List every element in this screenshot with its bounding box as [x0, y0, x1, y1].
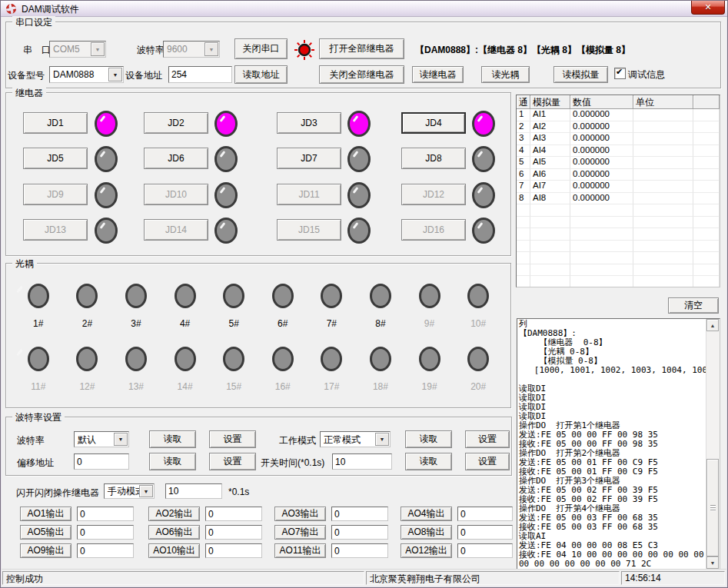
ao6-output-button[interactable]: AO6输出 — [148, 525, 200, 540]
table-row[interactable]: 8 AI8 0.000000 — [517, 193, 720, 205]
cell-unit — [633, 109, 693, 121]
ao5-output-input[interactable] — [77, 525, 134, 540]
cell-extra — [693, 109, 720, 121]
flash-time-input[interactable] — [165, 483, 222, 499]
log-scrollbar[interactable]: ▲ ▼ — [706, 319, 720, 569]
offset-read-button[interactable]: 读取 — [149, 453, 196, 470]
relay-button-jd4[interactable]: JD4 — [401, 112, 466, 134]
clear-log-button[interactable]: 清空 — [668, 297, 719, 314]
relay-button-jd7[interactable]: JD7 — [277, 148, 341, 169]
model-combo[interactable]: DAM0888 ▼ — [49, 66, 124, 83]
read-relay-button[interactable]: 读继电器 — [412, 66, 464, 83]
baud-settings-group-label: 波特率设置 — [12, 411, 65, 424]
relay-led-jd8 — [472, 146, 495, 172]
ao12-output-input[interactable] — [457, 543, 513, 558]
baud-setting-combo[interactable]: 默认 ▼ — [74, 431, 129, 447]
title-bar[interactable]: DAM调试软件 ✕ — [1, 1, 727, 17]
port-combo-value: COM5 — [53, 44, 80, 55]
close-button[interactable]: ✕ — [691, 1, 725, 15]
cell-unit — [633, 169, 693, 181]
debug-info-checkbox[interactable] — [614, 68, 626, 79]
col-header-analog[interactable]: 模拟量 — [530, 95, 570, 109]
col-header-unit[interactable]: 单位 — [633, 95, 693, 109]
open-all-relays-button[interactable]: 打开全部继电器 — [319, 38, 404, 59]
relay-button-jd6[interactable]: JD6 — [144, 148, 208, 169]
ao3-output-button[interactable]: AO3输出 — [274, 507, 326, 521]
ao7-output-input[interactable] — [331, 525, 388, 540]
ao9-output-input[interactable] — [77, 543, 134, 558]
relay-led-jd9 — [95, 182, 118, 208]
ao10-output-button[interactable]: AO10输出 — [148, 543, 200, 558]
relay-button-jd1[interactable]: JD1 — [23, 112, 88, 134]
scroll-up-icon[interactable]: ▲ — [706, 319, 719, 331]
col-header-value[interactable]: 数值 — [570, 95, 633, 109]
relay-led-jd10 — [214, 182, 238, 208]
ao12-output-button[interactable]: AO12输出 — [401, 543, 452, 558]
ao1-output-button[interactable]: AO1输出 — [20, 507, 71, 521]
relay-button-jd5[interactable]: JD5 — [23, 148, 88, 169]
opto-label: 3# — [131, 318, 141, 329]
ao6-output-input[interactable] — [205, 525, 262, 540]
opto-label: 6# — [278, 318, 288, 329]
ao7-output-button[interactable]: AO7输出 — [274, 525, 326, 540]
ao2-output-input[interactable] — [205, 507, 262, 521]
opto-label: 17# — [324, 381, 339, 392]
relay-button-jd8[interactable]: JD8 — [401, 148, 466, 169]
switch-time-input[interactable] — [332, 453, 392, 470]
table-row[interactable]: 6 AI6 0.000000 — [517, 169, 720, 181]
ao3-output-input[interactable] — [331, 507, 388, 521]
col-header-extra[interactable] — [693, 95, 720, 109]
cell-extra — [693, 181, 720, 193]
ao8-output-input[interactable] — [457, 525, 513, 540]
relay-led-jd3 — [347, 111, 371, 137]
ao10-output-input[interactable] — [205, 543, 262, 558]
opto-label: 1# — [33, 318, 43, 329]
col-header-channel[interactable]: 通 — [517, 95, 530, 109]
ao9-output-button[interactable]: AO9输出 — [20, 543, 71, 558]
device-addr-input[interactable] — [168, 66, 232, 83]
baud-read-button[interactable]: 读取 — [149, 430, 196, 448]
table-row[interactable]: 5 AI5 0.000000 — [517, 157, 720, 169]
close-port-button[interactable]: 关闭串口 — [234, 38, 288, 59]
relay-button-jd16: JD16 — [401, 219, 466, 241]
opto-led-19 — [419, 347, 440, 371]
switch-time-set-button[interactable]: 设置 — [465, 453, 510, 470]
table-row[interactable]: 2 AI2 0.000000 — [517, 121, 720, 134]
scrollbar-thumb[interactable] — [706, 459, 719, 556]
ao5-output-button[interactable]: AO5输出 — [20, 525, 71, 540]
port-open-led-icon — [294, 39, 315, 61]
switch-time-read-button[interactable]: 读取 — [405, 453, 452, 470]
close-all-relays-button[interactable]: 关闭全部继电器 — [319, 65, 404, 84]
ao4-output-input[interactable] — [457, 507, 513, 521]
table-row[interactable]: 7 AI7 0.000000 — [517, 181, 720, 193]
ao11-output-input[interactable] — [331, 543, 388, 558]
ao11-output-button[interactable]: AO11输出 — [274, 543, 326, 558]
work-mode-set-button[interactable]: 设置 — [465, 430, 510, 448]
chevron-down-icon: ▼ — [108, 68, 122, 81]
opto-led-14 — [175, 347, 196, 371]
relay-button-jd3[interactable]: JD3 — [277, 112, 341, 134]
relay-button-jd13: JD13 — [23, 219, 88, 241]
table-row[interactable]: 3 AI3 0.000000 — [517, 133, 720, 145]
read-addr-button[interactable]: 读取地址 — [234, 65, 288, 84]
flash-mode-combo[interactable]: 手动模式 ▼ — [104, 483, 155, 499]
read-opto-button[interactable]: 读光耦 — [481, 66, 530, 83]
offset-set-button[interactable]: 设置 — [209, 453, 256, 470]
relay-button-jd2[interactable]: JD2 — [144, 112, 208, 134]
table-row[interactable]: 4 AI4 0.000000 — [517, 145, 720, 158]
offset-addr-input[interactable] — [74, 453, 129, 470]
table-row[interactable]: 1 AI1 0.000000 — [517, 109, 720, 121]
ao4-output-button[interactable]: AO4输出 — [401, 507, 452, 521]
relay-led-jd2 — [214, 111, 238, 137]
read-analog-button[interactable]: 读模拟量 — [553, 66, 608, 83]
baud-set-button[interactable]: 设置 — [209, 430, 256, 448]
scroll-down-icon[interactable]: ▼ — [706, 556, 719, 569]
work-mode-combo[interactable]: 正常模式 ▼ — [320, 431, 391, 447]
ao1-output-input[interactable] — [77, 507, 134, 521]
ao8-output-button[interactable]: AO8输出 — [401, 525, 452, 540]
log-output[interactable]: 列 【DAM0888】: 【继电器 0-8】 【光耦 0-8】 【模拟量 0-8… — [517, 318, 720, 570]
device-addr-label: 设备地址 — [125, 69, 162, 82]
ao2-output-button[interactable]: AO2输出 — [148, 507, 200, 521]
cell-extra — [693, 169, 720, 181]
work-mode-read-button[interactable]: 读取 — [405, 430, 452, 448]
